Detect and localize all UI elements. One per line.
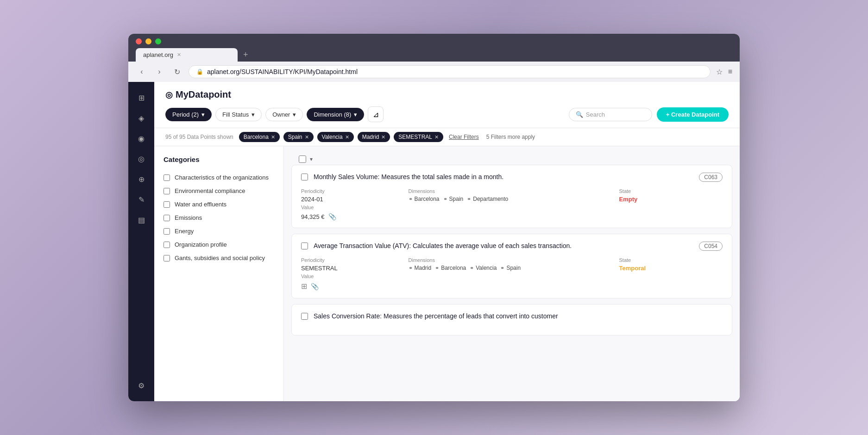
category-checkbox-emissions[interactable] xyxy=(164,215,170,221)
dimension-filter-button[interactable]: Dimension (8) ▾ xyxy=(307,108,364,121)
create-datapoint-button[interactable]: + Create Datapoint xyxy=(657,107,729,122)
owner-label: Owner xyxy=(272,111,290,118)
main-content: ◎ MyDatapoint Period (2) ▾ Fill Status ▾… xyxy=(154,82,740,401)
dim-tag-valencia-2: ⚭ Valencia xyxy=(470,265,497,271)
sidebar-icon-target[interactable]: ◎ xyxy=(133,150,150,167)
value-icon-2: ⊞ xyxy=(301,282,307,291)
card-checkbox-2[interactable] xyxy=(301,242,308,249)
list-header: ▾ xyxy=(291,152,732,165)
dimensions-row-2: ⚭ Madrid ⚭ Barcelona ⚭ V xyxy=(409,265,616,271)
sidebar-icon-grid[interactable]: ⊞ xyxy=(133,89,150,106)
card-title-2: Average Transaction Value (ATV): Calcula… xyxy=(314,242,693,251)
category-checkbox-gants[interactable] xyxy=(164,255,170,261)
dim-tag-barcelona-1: ⚭ Barcelona xyxy=(409,196,440,202)
forward-button[interactable]: › xyxy=(153,68,165,76)
menu-icon[interactable]: ≡ xyxy=(728,68,732,76)
category-item-environmental[interactable]: Environmental compliance xyxy=(164,184,274,198)
datapoint-card-monthly-sales: Monthly Sales Volume: Measures the total… xyxy=(291,165,732,228)
filter-tag-valencia: Valencia ✕ xyxy=(317,132,354,142)
dimension-label: Dimension (8) xyxy=(314,111,351,118)
back-button[interactable]: ‹ xyxy=(136,68,148,76)
bookmark-icon[interactable]: ☆ xyxy=(716,68,723,76)
category-checkbox-energy[interactable] xyxy=(164,228,170,235)
select-all-checkbox[interactable] xyxy=(299,155,306,163)
remove-semestral-button[interactable]: ✕ xyxy=(434,134,439,140)
value-row-2: ⊞ 📎 xyxy=(301,282,405,291)
fill-status-label: Fill Status xyxy=(222,111,249,118)
category-item-water[interactable]: Water and effluents xyxy=(164,198,274,211)
card-checkbox-1[interactable] xyxy=(301,174,308,180)
period-filter-label: Period (2) xyxy=(172,111,199,118)
filter-tag-barcelona: Barcelona ✕ xyxy=(239,132,280,142)
sidebar-icon-plus[interactable]: ⊕ xyxy=(133,171,150,187)
tab-title: aplanet.org xyxy=(143,51,173,58)
traffic-light-green[interactable] xyxy=(155,38,161,44)
period-filter-button[interactable]: Period (2) ▾ xyxy=(165,108,212,121)
category-item-emissions[interactable]: Emissions xyxy=(164,211,274,224)
dimensions-label-2: Dimensions xyxy=(409,257,616,263)
category-checkbox-environmental[interactable] xyxy=(164,188,170,194)
dimension-icon-1b: ⚭ xyxy=(443,196,447,202)
left-sidebar: ⊞ ◈ ◉ ◎ ⊕ ✎ ▤ ⚙ xyxy=(128,82,154,401)
owner-chevron-icon: ▾ xyxy=(293,111,296,118)
clear-filters-button[interactable]: Clear Filters xyxy=(449,134,479,140)
app-header: ◎ MyDatapoint Period (2) ▾ Fill Status ▾… xyxy=(154,82,740,128)
remove-valencia-button[interactable]: ✕ xyxy=(345,134,349,140)
filter-options-button[interactable]: ⊿ xyxy=(368,106,384,122)
category-checkbox-org-profile[interactable] xyxy=(164,242,170,248)
app-title: ◎ MyDatapoint xyxy=(165,89,729,100)
value-row-1: 94,325 € 📎 xyxy=(301,213,405,220)
sidebar-icon-circle[interactable]: ◉ xyxy=(133,130,150,147)
remove-spain-button[interactable]: ✕ xyxy=(305,134,309,140)
sidebar-icon-settings[interactable]: ⚙ xyxy=(133,377,150,394)
attachment-icon-2: 📎 xyxy=(311,283,319,290)
attachment-icon-1: 📎 xyxy=(328,213,336,220)
refresh-button[interactable]: ↻ xyxy=(171,68,183,76)
periodicity-value-1: 2024-01 xyxy=(301,196,405,203)
more-filters-text: 5 Filters more apply xyxy=(486,134,535,140)
active-filters-row: 95 of 95 Data Points shown Barcelona ✕ S… xyxy=(154,128,740,146)
search-and-create: 🔍 Search + Create Datapoint xyxy=(569,107,729,122)
value-label-2: Value xyxy=(301,273,405,279)
periodicity-label-1: Periodicity xyxy=(301,188,405,194)
category-item-energy[interactable]: Energy xyxy=(164,224,274,238)
filter-tag-spain: Spain ✕ xyxy=(283,132,314,142)
remove-barcelona-button[interactable]: ✕ xyxy=(271,134,275,140)
sidebar-icon-edit[interactable]: ✎ xyxy=(133,191,150,208)
owner-filter-button[interactable]: Owner ▾ xyxy=(265,108,303,121)
dim-tag-madrid-2: ⚭ Madrid xyxy=(409,265,432,271)
category-item-characteristics[interactable]: Characteristics of the organizations xyxy=(164,171,274,184)
dimension-icon-2b: ⚭ xyxy=(435,265,439,271)
dimension-chevron-icon: ▾ xyxy=(354,111,357,118)
category-item-org-profile[interactable]: Organization profile xyxy=(164,238,274,251)
sidebar-icon-diamond[interactable]: ◈ xyxy=(133,110,150,126)
card-checkbox-3[interactable] xyxy=(301,313,308,320)
categories-sidebar: Categories Characteristics of the organi… xyxy=(154,146,284,401)
fill-status-filter-button[interactable]: Fill Status ▾ xyxy=(215,108,262,121)
category-checkbox-water[interactable] xyxy=(164,201,170,208)
periodicity-group-1: Periodicity 2024-01 Value 94,325 € 📎 xyxy=(301,188,405,220)
dimension-icon-1c: ⚭ xyxy=(467,196,471,202)
remove-madrid-button[interactable]: ✕ xyxy=(381,134,385,140)
filter-tag-semestral: SEMESTRAL ✕ xyxy=(394,132,443,142)
period-chevron-icon: ▾ xyxy=(201,111,205,118)
content-area: Categories Characteristics of the organi… xyxy=(154,146,740,401)
fill-status-chevron-icon: ▾ xyxy=(252,111,255,118)
browser-tab-active[interactable]: aplanet.org ✕ xyxy=(136,48,238,62)
new-tab-button[interactable]: + xyxy=(239,48,252,62)
select-all-chevron-icon[interactable]: ▾ xyxy=(310,156,313,162)
category-checkbox-characteristics[interactable] xyxy=(164,174,170,181)
state-value-2: Temporal xyxy=(619,265,723,272)
category-item-gants[interactable]: Gants, subsidies and social policy xyxy=(164,251,274,265)
dimensions-group-1: Dimensions ⚭ Barcelona ⚭ Spain xyxy=(409,188,616,220)
categories-title: Categories xyxy=(164,155,274,163)
browser-window: aplanet.org ✕ + ‹ › ↻ 🔒 aplanet.org/SUST… xyxy=(128,34,740,401)
address-bar[interactable]: 🔒 aplanet.org/SUSTAINABILITY/KPI/MyDatap… xyxy=(189,65,711,78)
filters-row: Period (2) ▾ Fill Status ▾ Owner ▾ Dimen… xyxy=(165,106,729,128)
address-bar-row: ‹ › ↻ 🔒 aplanet.org/SUSTAINABILITY/KPI/M… xyxy=(128,62,740,82)
traffic-light-yellow[interactable] xyxy=(145,38,151,44)
search-box[interactable]: 🔍 Search xyxy=(569,108,652,121)
traffic-light-red[interactable] xyxy=(136,38,142,44)
sidebar-icon-list[interactable]: ▤ xyxy=(133,211,150,228)
tab-close-icon[interactable]: ✕ xyxy=(177,52,181,58)
